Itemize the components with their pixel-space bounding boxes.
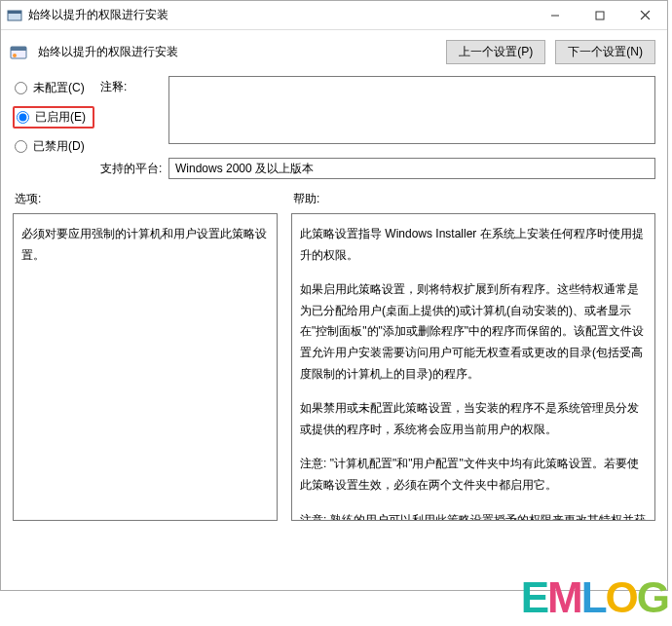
svg-point-8 <box>13 54 17 57</box>
radio-enabled[interactable]: 已启用(E) <box>13 106 94 129</box>
radio-disabled-input[interactable] <box>15 140 27 153</box>
help-pane: 帮助: 此策略设置指导 Windows Installer 在系统上安装任何程序… <box>291 191 655 521</box>
close-button[interactable] <box>622 1 667 29</box>
lower-section: 选项: 必须对要应用强制的计算机和用户设置此策略设置。 帮助: 此策略设置指导 … <box>1 187 667 531</box>
radio-not-configured-label: 未配置(C) <box>33 80 85 96</box>
radio-not-configured[interactable]: 未配置(C) <box>15 78 93 98</box>
options-text: 必须对要应用强制的计算机和用户设置此策略设置。 <box>21 227 267 262</box>
radio-disabled[interactable]: 已禁用(D) <box>15 136 93 157</box>
prev-setting-button[interactable]: 上一个设置(P) <box>446 40 545 64</box>
comment-textarea[interactable] <box>168 76 655 144</box>
watermark-letter: M <box>547 573 581 622</box>
help-paragraph: 如果启用此策略设置，则将特权扩展到所有程序。这些特权通常是为已分配给用户(桌面上… <box>300 279 647 385</box>
radio-disabled-label: 已禁用(D) <box>33 138 85 155</box>
svg-rect-3 <box>596 12 604 19</box>
options-box: 必须对要应用强制的计算机和用户设置此策略设置。 <box>13 213 278 521</box>
help-paragraph: 注意: "计算机配置"和"用户配置"文件夹中均有此策略设置。若要使此策略设置生效… <box>300 454 647 496</box>
platform-label: 支持的平台: <box>100 158 163 177</box>
watermark-logo: E M L O G <box>521 573 668 622</box>
platform-value: Windows 2000 及以上版本 <box>168 158 655 179</box>
options-label: 选项: <box>13 191 278 207</box>
policy-icon <box>9 43 28 62</box>
help-box: 此策略设置指导 Windows Installer 在系统上安装任何程序时使用提… <box>291 213 655 521</box>
upper-section: 未配置(C) 已启用(E) 已禁用(D) 注释: 支持的平台: Windows … <box>1 76 667 187</box>
platform-row: 支持的平台: Windows 2000 及以上版本 <box>100 158 655 179</box>
next-setting-button[interactable]: 下一个设置(N) <box>555 40 655 64</box>
radio-enabled-label: 已启用(E) <box>35 109 86 126</box>
radio-enabled-input[interactable] <box>17 111 29 124</box>
watermark-letter: E <box>521 573 547 622</box>
help-paragraph: 注意: 熟练的用户可以利用此策略设置授予的权限来更改其特权并获得对受限文件和文件… <box>300 510 647 521</box>
svg-rect-1 <box>8 11 21 14</box>
watermark-letter: O <box>606 573 637 622</box>
help-label: 帮助: <box>291 191 655 207</box>
minimize-button[interactable] <box>533 1 578 29</box>
app-icon <box>7 8 22 23</box>
fields-column: 注释: 支持的平台: Windows 2000 及以上版本 <box>100 76 655 179</box>
comment-label: 注释: <box>100 76 163 95</box>
state-radio-group: 未配置(C) 已启用(E) 已禁用(D) <box>15 76 93 179</box>
help-paragraph: 此策略设置指导 Windows Installer 在系统上安装任何程序时使用提… <box>300 224 647 266</box>
svg-rect-7 <box>11 47 26 51</box>
window-title: 始终以提升的权限进行安装 <box>28 7 533 23</box>
comment-row: 注释: <box>100 76 655 144</box>
watermark-letter: L <box>581 573 606 622</box>
header-row: 始终以提升的权限进行安装 上一个设置(P) 下一个设置(N) <box>1 30 667 76</box>
policy-dialog: 始终以提升的权限进行安装 始终以提升的权限进行安装 上一个设置(P) 下一个设置… <box>0 0 668 591</box>
watermark-letter: G <box>637 573 668 622</box>
maximize-button[interactable] <box>578 1 622 29</box>
titlebar: 始终以提升的权限进行安装 <box>1 1 667 30</box>
radio-not-configured-input[interactable] <box>15 82 27 94</box>
header-title: 始终以提升的权限进行安装 <box>38 44 436 60</box>
options-pane: 选项: 必须对要应用强制的计算机和用户设置此策略设置。 <box>13 191 278 521</box>
help-paragraph: 如果禁用或未配置此策略设置，当安装的程序不是系统管理员分发或提供的程序时，系统将… <box>300 398 647 440</box>
window-controls <box>533 1 667 29</box>
